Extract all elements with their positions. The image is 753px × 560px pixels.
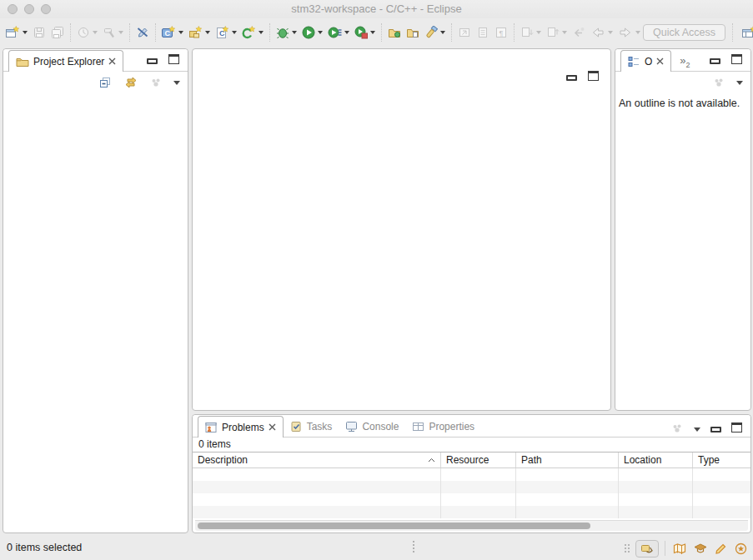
link-with-editor-button[interactable] <box>123 75 138 90</box>
debug-button[interactable] <box>274 24 299 41</box>
table-row <box>193 493 750 506</box>
dropdown-caret <box>232 31 237 34</box>
horizontal-scrollbar-thumb[interactable] <box>198 522 590 529</box>
collapse-all-button[interactable] <box>98 75 113 90</box>
maximize-view-button[interactable] <box>731 54 742 64</box>
hammer-icon <box>103 26 116 39</box>
table-row <box>193 481 750 493</box>
column-header-resource[interactable]: Resource <box>441 452 516 468</box>
new-makefile-project-icon <box>188 26 203 39</box>
filters-dots-icon <box>149 76 163 89</box>
editor-area-panel[interactable] <box>192 48 611 411</box>
dropdown-caret <box>608 31 613 34</box>
circle-star-button[interactable] <box>734 542 748 556</box>
toolbar-separator <box>269 23 270 42</box>
open-element-button[interactable] <box>386 24 403 41</box>
map-button[interactable] <box>672 542 687 556</box>
problems-icon <box>205 422 218 433</box>
view-menu-button[interactable] <box>736 81 743 85</box>
tab-outline[interactable]: O <box>620 50 671 72</box>
tab-properties[interactable]: Properties <box>405 416 481 437</box>
table-row <box>193 506 750 518</box>
save-all-button <box>49 24 66 41</box>
maximize-view-button[interactable] <box>731 422 742 432</box>
column-header-path[interactable]: Path <box>516 452 619 468</box>
close-tab-icon[interactable] <box>269 423 276 431</box>
tab-label: Problems <box>222 422 264 433</box>
document-lines-button <box>474 24 491 41</box>
problems-table-header: Description Resource Path Location Type <box>193 452 750 468</box>
minimize-view-button[interactable] <box>710 427 721 432</box>
window-arrow-icon <box>458 26 471 39</box>
minimize-view-button[interactable] <box>147 58 158 64</box>
svg-text:¶: ¶ <box>499 29 504 38</box>
window-title: stm32-workspace - C/C++ - Eclipse <box>0 0 753 18</box>
dropdown-caret <box>440 31 445 34</box>
close-tab-icon[interactable] <box>108 58 116 65</box>
column-header-description[interactable]: Description <box>193 452 441 468</box>
build-all-button <box>75 24 99 41</box>
problems-summary: 0 items <box>193 438 750 452</box>
minimize-editor-button[interactable] <box>566 75 577 81</box>
last-edit-location-icon <box>572 26 585 39</box>
open-element-icon <box>388 26 401 39</box>
graduation-cap-icon <box>694 542 707 555</box>
search-button[interactable] <box>423 24 447 41</box>
dropdown-caret <box>536 31 541 34</box>
hand-tag-button[interactable] <box>635 540 659 558</box>
maximize-editor-button[interactable] <box>588 71 599 81</box>
new-wizard-button[interactable] <box>4 24 29 41</box>
previous-annotation-icon <box>546 26 560 39</box>
dropdown-caret <box>562 31 567 34</box>
graduation-cap-button[interactable] <box>693 542 708 556</box>
column-header-location[interactable]: Location <box>619 452 693 468</box>
minimize-view-button[interactable] <box>710 58 720 64</box>
tab-problems[interactable]: Problems <box>198 416 284 438</box>
external-tools-button[interactable] <box>353 24 377 41</box>
tab-console[interactable]: Console <box>339 416 405 437</box>
dropdown-caret <box>292 31 297 34</box>
tab-project-explorer[interactable]: Project Explorer <box>8 50 123 72</box>
status-bar: 0 items selected <box>0 536 753 560</box>
dropdown-caret <box>205 31 210 34</box>
run-button[interactable] <box>300 24 324 41</box>
view-menu-button[interactable] <box>694 428 700 432</box>
dropdown-caret <box>23 31 28 34</box>
column-header-type[interactable]: Type <box>693 452 750 468</box>
tasks-icon <box>290 421 303 432</box>
hidden-tabs-chevron[interactable]: »2 <box>680 54 690 69</box>
new-c-source-file-button[interactable]: C <box>213 24 238 41</box>
project-explorer-body[interactable] <box>3 93 188 527</box>
dropdown-caret <box>259 31 264 34</box>
open-perspective-button[interactable] <box>739 22 753 42</box>
project-explorer-tabrow: Project Explorer <box>3 49 188 72</box>
filters-dots-icon <box>670 422 684 435</box>
view-menu-button[interactable] <box>173 81 180 85</box>
open-resource-icon <box>406 26 419 39</box>
outline-empty-message: An outline is not available. <box>615 93 750 109</box>
save-button <box>31 24 48 41</box>
close-tab-icon[interactable] <box>656 58 664 65</box>
new-class-button[interactable] <box>240 24 265 41</box>
pencil-slash-icon <box>136 26 149 39</box>
new-c-project-button[interactable]: C <box>160 24 185 41</box>
toolbar-separator <box>129 23 130 42</box>
horizontal-scrollbar[interactable] <box>195 520 748 531</box>
selection-status: 0 items selected <box>7 536 82 560</box>
build-button <box>101 24 125 41</box>
statusbar-grip[interactable] <box>413 541 414 552</box>
quick-access-input[interactable]: Quick Access <box>643 24 725 41</box>
tab-tasks[interactable]: Tasks <box>284 416 339 437</box>
pencil-slash-button[interactable] <box>134 24 151 41</box>
toolbar-separator <box>155 23 156 42</box>
new-makefile-project-button[interactable] <box>187 24 212 41</box>
problems-panel: Problems Tasks Console Properties 0 item… <box>192 414 751 533</box>
pencil-button[interactable] <box>714 542 728 556</box>
tab-label: Properties <box>429 421 474 432</box>
project-explorer-toolbar <box>3 72 188 93</box>
search-flashlight-icon <box>424 26 438 39</box>
statusbar-right-grip[interactable] <box>625 544 630 552</box>
maximize-view-button[interactable] <box>168 54 179 64</box>
open-resource-button[interactable] <box>404 24 421 41</box>
profile-button[interactable] <box>326 24 351 41</box>
